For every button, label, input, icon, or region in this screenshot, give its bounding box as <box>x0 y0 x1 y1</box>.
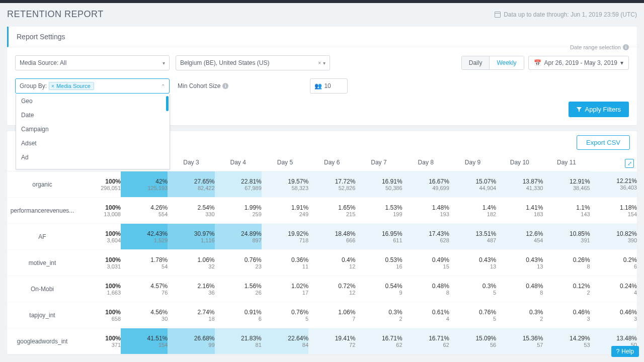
day-cell: 15.36%57 <box>496 328 543 354</box>
chevron-up-icon: ⌃ <box>161 83 165 89</box>
filter-icon <box>577 107 582 112</box>
scrollbar[interactable] <box>166 96 169 111</box>
daily-button[interactable]: Daily <box>462 56 490 69</box>
day-cell: 0.46%3 <box>543 302 590 328</box>
day-cell: 1.06%7 <box>308 302 355 328</box>
apply-filters-button[interactable]: Apply Filters <box>569 102 629 117</box>
day-cell: 41.51%154 <box>121 328 168 354</box>
dropdown-item[interactable]: Geo <box>16 94 170 108</box>
day-cell: 16.95%611 <box>355 224 402 250</box>
col-day: Day 9 <box>449 154 496 171</box>
dropdown-item[interactable]: Adset <box>16 136 170 150</box>
dropdown-item[interactable]: Campaign <box>16 122 170 136</box>
export-csv-button[interactable]: Export CSV <box>577 135 630 150</box>
chevron-down-icon: ▾ <box>323 60 326 66</box>
help-icon: ? <box>616 348 620 355</box>
clear-icon[interactable]: × <box>318 60 321 66</box>
day-cell: 1.78%54 <box>121 250 168 276</box>
dropdown-item[interactable]: Ad <box>16 150 170 164</box>
day-cell: 2.74%18 <box>168 302 214 328</box>
period-segment: Daily Weekly <box>461 56 524 70</box>
day-cell: 0.61%4 <box>403 302 449 328</box>
day-cell: 0.76%5 <box>449 302 496 328</box>
info-icon[interactable]: i <box>623 44 629 50</box>
day-cell: 0.91%6 <box>215 302 262 328</box>
day-cell: 1.99%259 <box>215 198 262 224</box>
min-cohort-input[interactable]: 👥 10 <box>310 78 348 94</box>
day-cell: 1.02%17 <box>262 276 308 302</box>
day-cell: 4.57%76 <box>121 276 168 302</box>
day-cell: 0.76%5 <box>262 302 308 328</box>
day-cell: 0.49%15 <box>403 250 449 276</box>
day-cell: 4.56%30 <box>121 302 168 328</box>
day-cell: 1.1%143 <box>543 198 590 224</box>
weekly-button[interactable]: Weekly <box>490 56 523 69</box>
day-cell: 1.56%26 <box>215 276 262 302</box>
day-cell: 16.91%50,386 <box>355 171 402 198</box>
group-by-dropdown: GeoDateCampaignAdsetAdSite ID <box>16 94 170 169</box>
day-cell: 27.65%82,422 <box>168 171 214 198</box>
group-by-chip: × Media Source <box>49 82 94 90</box>
installs-cell: 100%1,663 <box>77 276 121 302</box>
day-cell: 0.3%2 <box>496 302 543 328</box>
day-cell: 0.2%6 <box>590 250 637 276</box>
dropdown-item[interactable]: Site ID <box>16 164 170 169</box>
data-date-label: Data up to date through: Jun 1, 2019 23:… <box>504 11 637 18</box>
installs-cell: 100%3,031 <box>77 250 121 276</box>
group-by-label: Group By: <box>20 82 47 89</box>
media-source-select[interactable]: Media Source: All ▾ <box>15 55 170 70</box>
chip-remove-icon[interactable]: × <box>51 83 54 89</box>
day-cell: 12.21%36,403 <box>590 171 637 198</box>
day-cell: 0.43%13 <box>449 250 496 276</box>
day-cell: 0.36%11 <box>262 250 308 276</box>
day-cell: 0.3%2 <box>355 302 402 328</box>
day-cell: 0.12%2 <box>543 276 590 302</box>
table-row: tapjoy_int100%6584.56%302.74%180.91%60.7… <box>7 302 637 328</box>
day-cell: 15.07%44,904 <box>449 171 496 198</box>
dropdown-item[interactable]: Date <box>16 108 170 122</box>
day-cell: 42%125,193 <box>121 171 168 198</box>
installs-cell: 100%298,051 <box>77 171 121 198</box>
day-cell: 16.71%62 <box>403 328 449 354</box>
day-cell: 17.43%628 <box>403 224 449 250</box>
col-day: Day 5 <box>262 154 308 171</box>
apply-filters-label: Apply Filters <box>585 106 621 113</box>
day-cell: 10.82%390 <box>590 224 637 250</box>
day-cell: 19.92%718 <box>262 224 308 250</box>
expand-icon[interactable]: ⤢ <box>625 159 634 168</box>
col-day: Day 11 <box>543 154 590 171</box>
day-cell: 0.46%3 <box>590 302 637 328</box>
table-row: organic100%298,05142%125,19327.65%82,422… <box>7 171 637 198</box>
row-label: AF <box>7 224 77 250</box>
day-cell: 1.48%193 <box>403 198 449 224</box>
table-row: AF100%3,60442.43%1,52930.97%1,11624.89%8… <box>7 224 637 250</box>
col-day: Day 4 <box>215 154 262 171</box>
row-label: tapjoy_int <box>7 302 77 328</box>
info-icon[interactable]: i <box>222 83 228 89</box>
date-range-label: Date range selection <box>570 44 621 50</box>
date-range-picker[interactable]: 📅 Apr 26, 2019 - May 3, 2019 ▾ <box>528 56 629 70</box>
day-cell: 26.68%99 <box>168 328 214 354</box>
day-cell: 0.24%4 <box>590 276 637 302</box>
day-cell: 1.53%199 <box>355 198 402 224</box>
day-cell: 0.4%12 <box>308 250 355 276</box>
day-cell: 0.43%13 <box>496 250 543 276</box>
day-cell: 0.72%12 <box>308 276 355 302</box>
day-cell: 16.67%49,699 <box>403 171 449 198</box>
day-cell: 2.54%330 <box>168 198 214 224</box>
day-cell: 12.6%454 <box>496 224 543 250</box>
row-label: googleadwords_int <box>7 328 77 354</box>
group-by-select[interactable]: Group By: × Media Source ⌃ GeoDateCampai… <box>15 78 170 94</box>
day-cell: 14.29%53 <box>543 328 590 354</box>
help-button[interactable]: ? Help <box>611 346 639 357</box>
day-cell: 0.48%8 <box>403 276 449 302</box>
col-day: Day 7 <box>355 154 402 171</box>
day-cell: 22.81%67,989 <box>215 171 262 198</box>
chip-label: Media Source <box>56 83 91 89</box>
chevron-down-icon: ▾ <box>163 60 165 66</box>
day-cell: 0.53%16 <box>355 250 402 276</box>
installs-cell: 100%658 <box>77 302 121 328</box>
geo-select[interactable]: Belgium (BE), United States (US) ×▾ <box>176 55 330 70</box>
chevron-down-icon: ▾ <box>620 59 623 66</box>
day-cell: 1.41%183 <box>496 198 543 224</box>
